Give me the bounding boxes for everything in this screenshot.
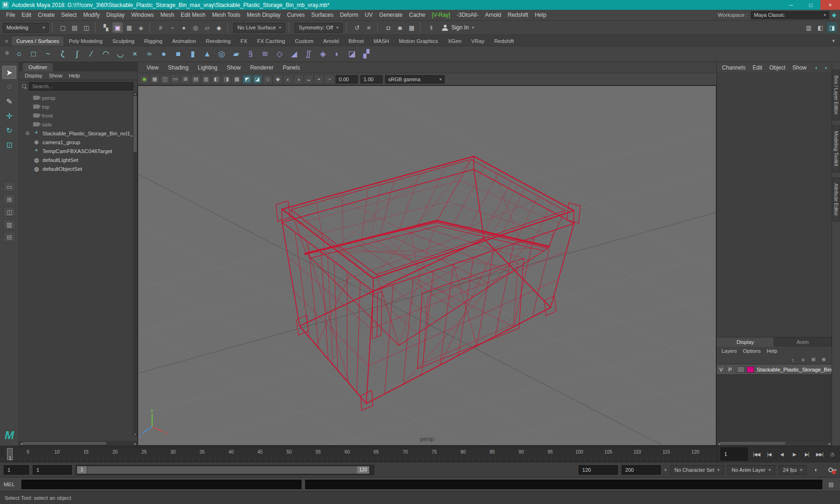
birail-icon[interactable]: ∬ bbox=[301, 47, 315, 61]
separator[interactable] bbox=[346, 23, 349, 32]
paint-select-tool[interactable]: ✎ bbox=[2, 95, 16, 108]
menu-item-help[interactable]: Help bbox=[532, 11, 550, 19]
shelf-tab-custom[interactable]: Custom bbox=[290, 36, 318, 46]
snap-projected-icon[interactable]: ◎ bbox=[190, 22, 201, 33]
scrollbar-thumb[interactable] bbox=[720, 442, 785, 445]
layer-row[interactable]: V P Stackable_Plastic_Storage_Bin bbox=[717, 364, 832, 375]
layout-outliner-persp-button[interactable]: ▥ bbox=[3, 219, 15, 230]
anim-layer-dropdown[interactable]: No Anim Layer ▾ bbox=[728, 465, 775, 475]
shelf-overflow-icon[interactable]: ▾ bbox=[829, 38, 838, 46]
tab-display[interactable]: Display bbox=[717, 337, 774, 347]
minimize-button[interactable]: ─ bbox=[781, 0, 801, 10]
layer-list-icon[interactable]: ≡ bbox=[799, 356, 807, 364]
bookmarks-icon[interactable]: ◫ bbox=[160, 75, 170, 84]
shaded-mode-icon[interactable]: ◆ bbox=[273, 75, 283, 84]
layer-sort-icon[interactable]: ↕ bbox=[789, 356, 797, 364]
nurbs-circle-icon[interactable]: ○ bbox=[12, 47, 26, 61]
camera-attributes-icon[interactable]: ▦ bbox=[150, 75, 160, 84]
range-bar[interactable] bbox=[87, 466, 358, 474]
shelf-tab-rigging[interactable]: Rigging bbox=[140, 36, 167, 46]
move-tool[interactable]: ✛ bbox=[2, 109, 16, 122]
scrollbar-thumb[interactable] bbox=[22, 442, 106, 445]
gate-mask-icon[interactable]: ◨ bbox=[222, 75, 231, 84]
snap-point-icon[interactable]: ● bbox=[179, 22, 189, 33]
menu-item-cache[interactable]: Cache bbox=[406, 11, 428, 19]
image-plane-icon[interactable]: ▭ bbox=[170, 75, 180, 84]
loft-icon[interactable]: ≋ bbox=[258, 47, 272, 61]
viewport-menu-show[interactable]: Show bbox=[223, 64, 245, 71]
go-to-start-button[interactable]: |◀◀ bbox=[750, 448, 763, 460]
outliner-tree[interactable]: persp top front side ⊞ * Stackable_ bbox=[19, 92, 137, 441]
range-end-handle[interactable]: 120 bbox=[357, 466, 369, 474]
snap-grid-icon[interactable]: # bbox=[155, 22, 166, 33]
make-live-icon[interactable]: ◆ bbox=[214, 22, 224, 33]
separator[interactable] bbox=[227, 23, 230, 32]
film-gate-icon[interactable]: ▥ bbox=[201, 75, 211, 84]
outliner-tab[interactable]: Outliner bbox=[23, 63, 53, 71]
bezier-curve-icon[interactable]: ∫ bbox=[70, 47, 84, 61]
menu-item-deform[interactable]: Deform bbox=[336, 11, 361, 19]
scroll-up-icon[interactable]: ▲ bbox=[134, 92, 137, 95]
menu-item-surfaces[interactable]: Surfaces bbox=[308, 11, 336, 19]
close-button[interactable]: × bbox=[820, 0, 840, 10]
shelf-tab-fx-caching[interactable]: FX Caching bbox=[252, 36, 290, 46]
outliner-menu-show[interactable]: Show bbox=[46, 73, 65, 78]
menu-item-mesh[interactable]: Mesh bbox=[157, 11, 177, 19]
nurbs-cone-icon[interactable]: ▲ bbox=[200, 47, 214, 61]
layer-name[interactable]: Stackable_Plastic_Storage_Bin bbox=[757, 367, 832, 372]
menu-item-windows[interactable]: Windows bbox=[128, 11, 157, 19]
menu-item-arnold[interactable]: Arnold bbox=[482, 11, 504, 19]
playback-start-field[interactable]: 1 bbox=[33, 465, 72, 475]
pencil-curve-icon[interactable]: ∕ bbox=[84, 47, 98, 61]
layer-horizontal-scrollbar[interactable]: ◀ ▶ bbox=[717, 441, 832, 446]
channel-box-menu-show[interactable]: Show bbox=[789, 64, 810, 71]
menu-item-edit-mesh[interactable]: Edit Mesh bbox=[177, 11, 209, 19]
viewport-menu-view[interactable]: View bbox=[142, 64, 163, 71]
shelf-tab-rendering[interactable]: Rendering bbox=[201, 36, 235, 46]
character-set-dropdown[interactable]: No Character Set ▾ bbox=[670, 465, 724, 475]
layer-color-swatch[interactable] bbox=[747, 366, 754, 373]
live-surface-dropdown[interactable]: No Live Surface ▾ bbox=[233, 23, 285, 33]
render-current-frame-icon[interactable]: ◘ bbox=[383, 22, 393, 33]
shadows-icon[interactable]: ◒ bbox=[304, 75, 314, 84]
layout-single-pane-button[interactable]: ▭ bbox=[3, 182, 15, 192]
select-object-icon[interactable]: ▣ bbox=[112, 22, 123, 33]
fps-dropdown[interactable]: 24 fps ▾ bbox=[779, 465, 807, 475]
tab-attribute-editor[interactable]: Attribute Editor bbox=[833, 177, 840, 222]
shelf-tab-redshift[interactable]: Redshift bbox=[490, 36, 518, 46]
chevron-down-icon[interactable]: ▾ bbox=[665, 468, 667, 472]
pause-icon[interactable]: ‖ bbox=[426, 22, 436, 33]
resolution-gate-icon[interactable]: ◧ bbox=[211, 75, 221, 84]
outliner-menu-help[interactable]: Help bbox=[66, 73, 83, 78]
curve-cut-icon[interactable]: × bbox=[128, 47, 142, 61]
scroll-right-icon[interactable]: ▶ bbox=[134, 442, 136, 445]
render-settings-icon[interactable]: ▩ bbox=[406, 22, 417, 33]
menu-item-uv[interactable]: UV bbox=[362, 11, 376, 19]
separator[interactable] bbox=[95, 23, 98, 32]
play-forwards-button[interactable]: ▶ bbox=[788, 448, 800, 460]
workspace-dropdown[interactable]: Maya Classic ▾ bbox=[751, 11, 829, 19]
command-input[interactable] bbox=[21, 480, 301, 489]
attribute-editor-toggle-icon[interactable]: ◧ bbox=[815, 22, 826, 33]
channel-box-menu-channels[interactable]: Channels bbox=[719, 64, 749, 71]
range-start-handle[interactable]: 1 bbox=[77, 466, 87, 474]
shelf-tab-animation[interactable]: Animation bbox=[168, 36, 201, 46]
separator[interactable] bbox=[52, 23, 55, 32]
select-asset-icon[interactable]: ◈ bbox=[136, 22, 146, 33]
shelf-menu-icon[interactable]: ≡ bbox=[2, 38, 11, 46]
auto-keyframe-toggle[interactable] bbox=[825, 465, 836, 475]
open-scene-icon[interactable]: ▤ bbox=[70, 22, 80, 33]
command-output[interactable] bbox=[305, 480, 822, 489]
menu-item-display[interactable]: Display bbox=[103, 11, 128, 19]
shelf-tab-mash[interactable]: MASH bbox=[369, 36, 393, 46]
menu-item-3dtoall[interactable]: -3DtoAll- bbox=[454, 11, 482, 19]
script-editor-icon[interactable]: ▤ bbox=[826, 480, 836, 489]
search-input[interactable] bbox=[29, 82, 133, 91]
revolve-icon[interactable]: § bbox=[244, 47, 258, 61]
save-scene-icon[interactable]: ◫ bbox=[81, 22, 91, 33]
new-scene-icon[interactable]: ▢ bbox=[58, 22, 68, 33]
symmetry-dropdown[interactable]: Symmetry: Off ▾ bbox=[294, 23, 343, 33]
channel-box-toggle-icon[interactable]: ◨ bbox=[827, 22, 837, 33]
animation-start-field[interactable]: 1 bbox=[4, 465, 29, 475]
outliner-item-storage-bin[interactable]: ⊞ * Stackable_Plastic_Storage_Bin_ncl1_1 bbox=[19, 129, 137, 138]
